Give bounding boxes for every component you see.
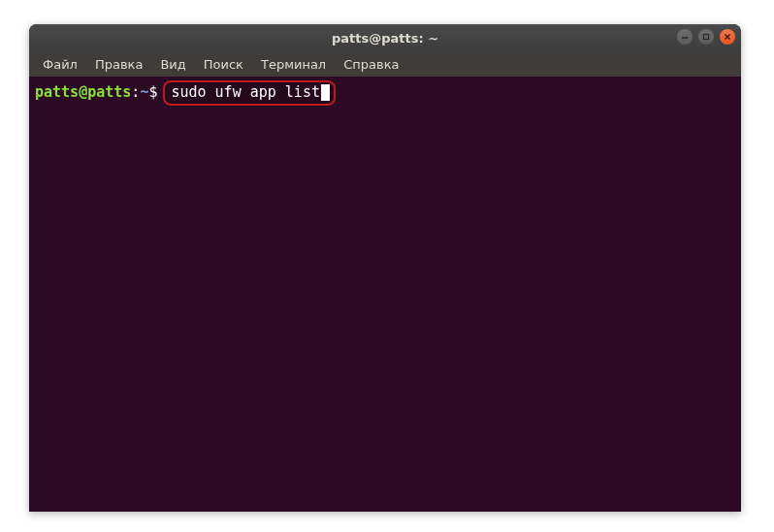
prompt-symbol: $ bbox=[148, 83, 157, 103]
terminal-window: patts@patts: ~ Файл Правка Вид Поиск Тер… bbox=[29, 24, 741, 512]
menu-help[interactable]: Справка bbox=[336, 54, 406, 75]
cursor-icon bbox=[321, 84, 330, 101]
command-highlight-box: sudo ufw app list bbox=[163, 80, 336, 106]
window-controls bbox=[677, 29, 735, 45]
menu-search[interactable]: Поиск bbox=[196, 54, 251, 75]
prompt-line: patts@patts:~$ sudo ufw app list bbox=[35, 80, 735, 106]
maximize-button[interactable] bbox=[698, 29, 714, 45]
titlebar: patts@patts: ~ bbox=[29, 24, 741, 51]
terminal-body[interactable]: patts@patts:~$ sudo ufw app list bbox=[29, 77, 741, 512]
menubar: Файл Правка Вид Поиск Терминал Справка bbox=[29, 51, 741, 77]
menu-terminal[interactable]: Терминал bbox=[253, 54, 334, 75]
window-title: patts@patts: ~ bbox=[332, 31, 438, 46]
menu-file[interactable]: Файл bbox=[35, 54, 85, 75]
svg-rect-1 bbox=[704, 35, 709, 40]
menu-view[interactable]: Вид bbox=[152, 54, 193, 75]
prompt-colon: : bbox=[131, 83, 140, 103]
prompt-path: ~ bbox=[140, 83, 148, 103]
minimize-button[interactable] bbox=[677, 29, 693, 45]
prompt-user-host: patts@patts bbox=[35, 83, 131, 103]
command-text: sudo ufw app list bbox=[171, 83, 320, 103]
close-button[interactable] bbox=[720, 29, 735, 45]
menu-edit[interactable]: Правка bbox=[87, 54, 150, 75]
